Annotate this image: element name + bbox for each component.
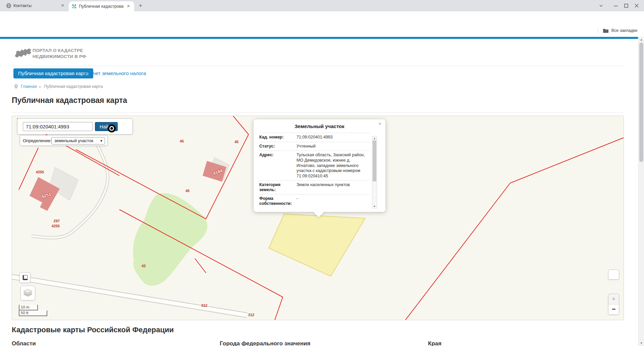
- title-divider: [12, 112, 624, 113]
- popup-info-value: 71:09:020401:4993: [297, 135, 368, 140]
- all-bookmarks-button[interactable]: Все закладки: [598, 27, 637, 34]
- tab-close-icon[interactable]: ×: [60, 3, 66, 9]
- popup-table: Кад. номер: 71:09:020401:4993 Статус: Уч…: [259, 133, 370, 207]
- measure-ruler-icon: [22, 274, 29, 281]
- popup-scrollbar-thumb[interactable]: [373, 140, 376, 181]
- site-favicon-pinwheel-icon: [71, 4, 77, 9]
- parcel-number-label: 4255: [52, 224, 60, 228]
- parcel-number-label: 45: [185, 189, 190, 193]
- map-pin-icon: [14, 84, 18, 89]
- all-bookmarks-label: Все закладки: [611, 28, 637, 33]
- popup-info-value: Земли населенных пунктов: [297, 182, 368, 192]
- popup-info-row: Форма собственности: -: [259, 194, 370, 207]
- bookmarks-bar: Все закладки: [0, 25, 644, 37]
- window-close-button[interactable]: [633, 2, 641, 9]
- browser-toolbar: ik10map.roscadastres.com/map ⋮: [0, 11, 644, 25]
- breadcrumb: Главная ▸ Публичная кадастровая карта: [14, 83, 103, 90]
- footer-section-title: Кадастровые карты Российской Федерации: [12, 326, 174, 334]
- scroll-down-icon[interactable]: ▼: [639, 342, 644, 345]
- parcel-number-label: 45: [234, 140, 238, 144]
- tab-public-cadastre-map[interactable]: Публичная кадастровая карта: [13, 68, 93, 78]
- popup-info-row: Статус: Учтенный: [259, 142, 370, 151]
- page-scrollbar[interactable]: ▲ ▼: [638, 37, 644, 346]
- popup-info-value: Тульская область, Заокский район, МО Дем…: [297, 153, 368, 179]
- footer-column-kraya: Края: [428, 340, 441, 346]
- window-minimize-button[interactable]: [612, 2, 620, 9]
- popup-info-label: Кад. номер:: [259, 135, 294, 140]
- map-search-panel: Найти: [17, 118, 133, 134]
- popup-scrollbar[interactable]: ▲ ▼: [372, 136, 377, 209]
- zoom-in-button[interactable]: +: [608, 294, 619, 304]
- page-title: Публичная кадастровая карта: [12, 96, 127, 105]
- scroll-up-icon[interactable]: ▲: [372, 137, 377, 139]
- tab-title: Контакты: [13, 3, 58, 8]
- parcel-number-label: 312: [201, 303, 207, 307]
- russia-map-logo-icon: [14, 47, 32, 60]
- nav-divider: [12, 66, 624, 66]
- site-logo-text: ПОРТАЛ О КАДАСТРЕ НЕДВИЖИМОСТИ В РФ: [33, 48, 86, 60]
- tab-title: Публичная кадастровая ка: [79, 4, 123, 9]
- window-maximize-button[interactable]: [622, 2, 630, 9]
- chevron-down-icon: ▾: [100, 137, 102, 144]
- footer-column-oblasti: Области: [12, 340, 36, 346]
- tab-land-tax-calc[interactable]: Расчет земельного налога: [85, 68, 146, 78]
- popup-title: Земельный участок: [254, 123, 385, 129]
- definition-select[interactable]: земельный участок ▾: [51, 137, 105, 145]
- popup-info-row: Категория земель: Земли населенных пункт…: [259, 180, 370, 194]
- scroll-down-icon[interactable]: ▼: [372, 205, 377, 208]
- cadastre-search-input[interactable]: [23, 122, 93, 131]
- parcel-number-label: 297: [54, 219, 60, 223]
- browser-tabstrip: Контакты × Публичная кадастровая ка × +: [0, 0, 644, 11]
- layers-icon: [23, 288, 33, 298]
- definition-panel: Определение: земельный участок ▾: [20, 135, 108, 146]
- measure-tool-button[interactable]: [19, 272, 31, 283]
- map-canvas[interactable]: Найти Определение: земельный участок ▾ З…: [12, 116, 624, 320]
- mouse-cursor: [108, 124, 116, 132]
- popup-info-label: Категория земель:: [259, 182, 294, 192]
- scale-imperial: 50 ft: [19, 310, 47, 316]
- popup-info-row: Кад. номер: 71:09:020401:4993: [259, 133, 370, 142]
- parcel-number-label: 43: [142, 264, 146, 268]
- scrollbar-thumb[interactable]: [639, 43, 643, 162]
- zoom-out-button[interactable]: −: [608, 304, 619, 315]
- breadcrumb-current: Публичная кадастровая карта: [44, 84, 103, 89]
- parcel-number-label: 4255: [36, 170, 44, 174]
- browser-tab-cadastre-map[interactable]: Публичная кадастровая ка ×: [69, 1, 134, 11]
- breadcrumb-arrow-icon: ▸: [40, 84, 42, 89]
- new-tab-button[interactable]: +: [137, 2, 144, 10]
- fullscreen-button[interactable]: [608, 270, 619, 280]
- parcel-number-label: 312: [248, 313, 254, 317]
- popup-info-label: Статус:: [259, 144, 294, 149]
- page-content: ПОРТАЛ О КАДАСТРЕ НЕДВИЖИМОСТИ В РФ Публ…: [0, 39, 638, 346]
- popup-close-icon[interactable]: ×: [378, 121, 381, 126]
- footer-column-federal-cities: Города федерального значения: [220, 340, 310, 346]
- zoom-control: + −: [608, 294, 619, 315]
- popup-info-value: Учтенный: [297, 144, 368, 149]
- tab-close-icon[interactable]: ×: [125, 3, 131, 9]
- definition-label: Определение:: [23, 138, 52, 143]
- popup-info-label: Форма собственности:: [259, 196, 294, 206]
- map-scale-control: 10 m 50 ft: [19, 305, 47, 316]
- globe-icon: [6, 3, 11, 8]
- parcel-number-label: 45: [180, 139, 184, 143]
- popup-info-label: Адрес:: [259, 153, 294, 179]
- bookmarks-separator: [598, 27, 598, 34]
- popup-info-row: Адрес: Тульская область, Заокский район,…: [259, 151, 370, 180]
- layers-button[interactable]: [20, 286, 35, 300]
- scale-metric: 10 m: [19, 305, 38, 310]
- folder-icon: [603, 28, 609, 33]
- breadcrumb-home-link[interactable]: Главная: [21, 84, 37, 89]
- tab-search-chevron-icon[interactable]: [597, 2, 605, 9]
- scroll-up-icon[interactable]: ▲: [639, 38, 644, 41]
- definition-selected-value: земельный участок: [54, 138, 93, 143]
- popup-info-value: -: [297, 196, 368, 206]
- parcel-info-popup: Земельный участок × Кад. номер: 71:09:02…: [254, 119, 385, 212]
- browser-tab-contacts[interactable]: Контакты ×: [3, 0, 68, 11]
